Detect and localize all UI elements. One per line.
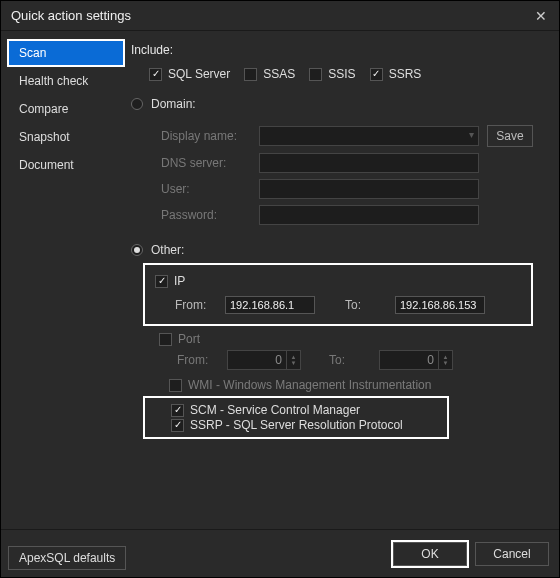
include-sqlserver-checkbox[interactable]: SQL Server — [149, 67, 230, 81]
include-ssis-label: SSIS — [328, 67, 355, 81]
port-to-label: To: — [329, 353, 379, 367]
radio-checked-icon — [131, 244, 143, 256]
stepper-arrows-icon[interactable]: ▲▼ — [287, 350, 301, 370]
check-icon — [370, 68, 383, 81]
ip-from-label: From: — [175, 298, 225, 312]
scm-checkbox[interactable]: SCM - Service Control Manager — [171, 403, 360, 417]
check-icon — [171, 404, 184, 417]
ip-from-input[interactable] — [225, 296, 315, 314]
dns-input[interactable] — [259, 153, 479, 173]
titlebar: Quick action settings ✕ — [1, 1, 559, 31]
check-icon — [155, 275, 168, 288]
port-from-input[interactable] — [227, 350, 287, 370]
wmi-checkbox[interactable]: WMI - Windows Management Instrumentation — [169, 378, 431, 392]
password-input[interactable] — [259, 205, 479, 225]
port-checkbox[interactable]: Port — [159, 332, 200, 346]
ok-button[interactable]: OK — [393, 542, 467, 566]
include-ssis-checkbox[interactable]: SSIS — [309, 67, 355, 81]
sidebar-item-snapshot[interactable]: Snapshot — [9, 125, 123, 149]
include-label: Include: — [131, 43, 549, 57]
cancel-button[interactable]: Cancel — [475, 542, 549, 566]
scm-label: SCM - Service Control Manager — [190, 403, 360, 417]
sidebar-item-scan[interactable]: Scan — [9, 41, 123, 65]
content-pane: Include: SQL Server SSAS SSIS SSRS — [131, 31, 559, 529]
sidebar: Scan Health check Compare Snapshot Docum… — [1, 31, 131, 529]
ssrp-label: SSRP - SQL Server Resolution Protocol — [190, 418, 403, 432]
port-label: Port — [178, 332, 200, 346]
sidebar-item-health-check[interactable]: Health check — [9, 69, 123, 93]
other-radio[interactable]: Other: — [131, 243, 184, 257]
include-ssas-label: SSAS — [263, 67, 295, 81]
port-to-input[interactable] — [379, 350, 439, 370]
include-ssas-checkbox[interactable]: SSAS — [244, 67, 295, 81]
check-icon — [149, 68, 162, 81]
domain-radio[interactable]: Domain: — [131, 97, 196, 111]
ip-label: IP — [174, 274, 185, 288]
domain-label: Domain: — [151, 97, 196, 111]
checkbox-icon — [169, 379, 182, 392]
stepper-arrows-icon[interactable]: ▲▼ — [439, 350, 453, 370]
user-label: User: — [161, 182, 251, 196]
ip-to-label: To: — [345, 298, 395, 312]
user-input[interactable] — [259, 179, 479, 199]
checkbox-icon — [159, 333, 172, 346]
include-ssrs-checkbox[interactable]: SSRS — [370, 67, 422, 81]
domain-save-button[interactable]: Save — [487, 125, 533, 147]
include-sqlserver-label: SQL Server — [168, 67, 230, 81]
sidebar-item-document[interactable]: Document — [9, 153, 123, 177]
dns-label: DNS server: — [161, 156, 251, 170]
radio-icon — [131, 98, 143, 110]
close-icon[interactable]: ✕ — [531, 8, 551, 24]
ssrp-checkbox[interactable]: SSRP - SQL Server Resolution Protocol — [171, 418, 403, 432]
ip-to-input[interactable] — [395, 296, 485, 314]
wmi-label: WMI - Windows Management Instrumentation — [188, 378, 431, 392]
display-name-label: Display name: — [161, 129, 251, 143]
checkbox-icon — [309, 68, 322, 81]
include-ssrs-label: SSRS — [389, 67, 422, 81]
other-label: Other: — [151, 243, 184, 257]
port-to-spinner[interactable]: ▲▼ — [379, 350, 453, 370]
ip-checkbox[interactable]: IP — [155, 274, 185, 288]
port-from-spinner[interactable]: ▲▼ — [227, 350, 301, 370]
password-label: Password: — [161, 208, 251, 222]
checkbox-icon — [244, 68, 257, 81]
port-from-label: From: — [177, 353, 227, 367]
check-icon — [171, 419, 184, 432]
window-title: Quick action settings — [11, 8, 531, 23]
protocol-group: SCM - Service Control Manager SSRP - SQL… — [143, 396, 449, 439]
display-name-combo[interactable] — [259, 126, 479, 146]
sidebar-item-compare[interactable]: Compare — [9, 97, 123, 121]
ip-group: IP From: To: — [143, 263, 533, 326]
apexsql-defaults-button[interactable]: ApexSQL defaults — [8, 546, 126, 570]
